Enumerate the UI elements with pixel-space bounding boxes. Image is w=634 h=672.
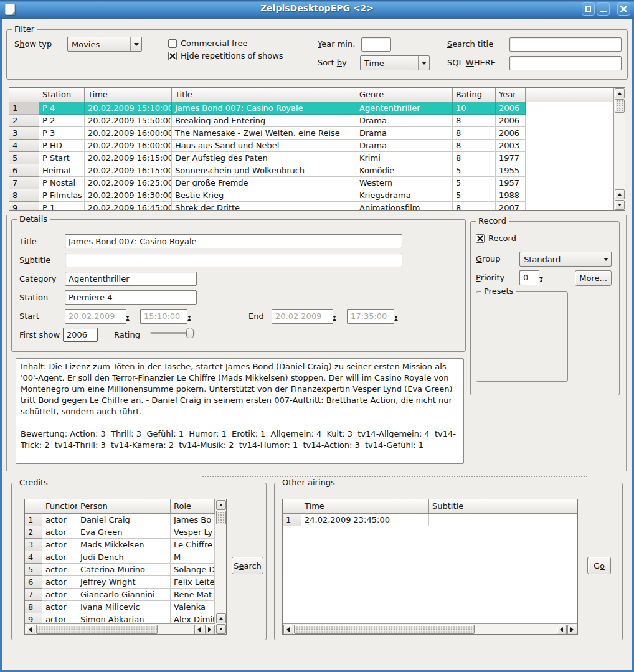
table-cell[interactable]: actor (42, 514, 77, 526)
column-header[interactable]: Subtitle (429, 499, 577, 514)
table-row[interactable]: 4P HD20.02.2009 16:00:00Haus aus Sand un… (9, 140, 526, 152)
row-header-corner[interactable] (283, 499, 301, 514)
column-header[interactable]: Title (172, 88, 356, 102)
table-cell[interactable]: 20.02.2009 16:45:00 (85, 202, 172, 210)
scroll-up-button[interactable] (615, 88, 625, 98)
table-cell[interactable]: Valenka (171, 601, 215, 613)
row-number[interactable]: 2 (25, 526, 42, 539)
table-cell[interactable]: Animationsfilm (356, 202, 453, 210)
scroll-right-button[interactable] (205, 625, 215, 635)
table-row[interactable]: 1actorDaniel CraigJames Bo (25, 514, 215, 526)
table-cell[interactable]: 5 (453, 164, 496, 177)
table-cell[interactable]: actor (42, 576, 77, 589)
scrollbar-track[interactable] (215, 524, 226, 613)
column-header[interactable]: Genre (356, 88, 453, 102)
table-cell[interactable]: P 4 (39, 102, 85, 115)
table-cell[interactable]: P Filmclas (39, 189, 85, 202)
column-header[interactable]: Role (171, 499, 215, 514)
subtitle-input[interactable] (65, 253, 402, 267)
chevron-down-icon[interactable] (130, 37, 141, 51)
column-header[interactable]: Year (496, 88, 526, 102)
table-cell[interactable]: Krimi (356, 152, 453, 164)
table-cell[interactable]: 2006 (496, 127, 526, 140)
scrollbar-thumb[interactable] (36, 625, 158, 634)
station-input[interactable] (65, 290, 197, 305)
scroll-left-button[interactable] (557, 625, 567, 635)
scroll-left-button[interactable] (26, 625, 35, 635)
table-cell[interactable]: Breaking and Entering (172, 115, 356, 127)
table-cell[interactable]: Heimat (39, 164, 85, 177)
vertical-scrollbar[interactable] (215, 499, 226, 634)
spin-down-icon[interactable] (539, 280, 549, 289)
horizontal-scrollbar[interactable] (25, 623, 215, 634)
horizontal-scrollbar[interactable] (283, 623, 577, 634)
table-cell[interactable]: Der große Fremde (172, 177, 356, 189)
table-cell[interactable]: P 1 (39, 202, 85, 210)
credits-table[interactable]: FunctionPersonRole1actorDaniel CraigJame… (24, 499, 227, 635)
row-number[interactable]: 9 (9, 202, 39, 210)
row-number[interactable]: 7 (9, 177, 39, 189)
maximize-button[interactable] (582, 2, 595, 16)
row-number[interactable]: 5 (25, 564, 42, 576)
column-header[interactable]: Person (77, 499, 171, 514)
table-cell[interactable]: 1977 (496, 152, 526, 164)
table-cell[interactable]: Eva Green (77, 526, 171, 539)
table-cell[interactable]: 8 (453, 140, 496, 152)
more-button[interactable]: More... (575, 270, 612, 286)
table-cell[interactable]: actor (42, 564, 77, 576)
table-cell[interactable]: 20.02.2009 16:30:00 (85, 189, 172, 202)
other-airings-table[interactable]: TimeSubtitle124.02.2009 23:45:00 (282, 499, 578, 635)
column-header[interactable]: Function (42, 499, 77, 514)
row-number[interactable]: 9 (25, 613, 42, 623)
row-number[interactable]: 4 (9, 140, 39, 152)
table-row[interactable]: 7actorGiancarlo GianniniRene Mat (25, 589, 215, 601)
row-number[interactable]: 3 (25, 539, 42, 551)
rating-slider[interactable] (150, 328, 195, 339)
table-cell[interactable]: Drama (356, 115, 453, 127)
table-cell[interactable]: 1957 (496, 177, 526, 189)
table-cell[interactable]: 5 (453, 177, 496, 189)
row-number[interactable]: 6 (9, 164, 39, 177)
table-cell[interactable]: 20.02.2009 16:15:00 (85, 164, 172, 177)
start-date-spinbox[interactable]: 20.02.2009 (65, 309, 136, 324)
table-row[interactable]: 6Heimat20.02.2009 16:15:00Sonnenschein u… (9, 164, 526, 177)
year-min-input[interactable] (361, 37, 391, 52)
scroll-left-button[interactable] (283, 625, 293, 635)
table-cell[interactable]: 20.02.2009 16:00:00 (85, 140, 172, 152)
row-number[interactable]: 1 (283, 514, 301, 526)
sql-where-input[interactable] (509, 56, 622, 70)
table-cell[interactable]: Haus aus Sand und Nebel (172, 140, 356, 152)
table-cell[interactable]: Komödie (356, 164, 453, 177)
row-number[interactable]: 6 (25, 576, 42, 589)
scroll-up-button[interactable] (615, 189, 625, 199)
table-cell[interactable]: actor (42, 601, 77, 613)
table-cell[interactable]: Western (356, 177, 453, 189)
table-cell[interactable]: Daniel Craig (77, 514, 171, 526)
table-row[interactable]: 8P Filmclas20.02.2009 16:30:00Bestie Kri… (9, 189, 526, 202)
table-cell[interactable]: Alex Dimit (171, 613, 215, 623)
column-header[interactable]: Time (301, 499, 429, 514)
table-row[interactable]: 1P 420.02.2009 15:10:00James Bond 007: C… (9, 102, 526, 115)
table-cell[interactable]: Bestie Krieg (172, 189, 356, 202)
table-cell[interactable]: Kriegsdrama (356, 189, 453, 202)
table-cell[interactable]: Vesper Ly (171, 526, 215, 539)
search-button[interactable]: Search (232, 557, 263, 574)
spin-down-icon[interactable] (187, 318, 197, 328)
table-cell[interactable]: 24.02.2009 23:45:00 (301, 514, 429, 526)
table-row[interactable]: 6actorJeffrey WrightFelix Leite (25, 576, 215, 589)
chevron-down-icon[interactable] (600, 252, 611, 266)
title-input[interactable] (65, 234, 402, 248)
row-number[interactable]: 1 (25, 514, 42, 526)
close-button[interactable] (617, 2, 630, 16)
description-textarea[interactable]: Inhalt: Die Lizenz zum Töten in der Tasc… (16, 358, 464, 464)
table-cell[interactable]: 5 (453, 189, 496, 202)
table-cell[interactable]: Der Aufstieg des Paten (172, 152, 356, 164)
table-cell[interactable]: 2007 (496, 202, 526, 210)
program-table[interactable]: StationTimeTitleGenreRatingYear1P 420.02… (9, 87, 625, 211)
table-cell[interactable]: 1988 (496, 189, 526, 202)
commercial-free-checkbox[interactable]: Commercial free (168, 39, 248, 48)
scrollbar-track[interactable] (158, 624, 194, 634)
vertical-scrollbar[interactable] (613, 88, 625, 210)
table-row[interactable]: 124.02.2009 23:45:00 (283, 514, 577, 526)
row-number[interactable]: 8 (9, 189, 39, 202)
